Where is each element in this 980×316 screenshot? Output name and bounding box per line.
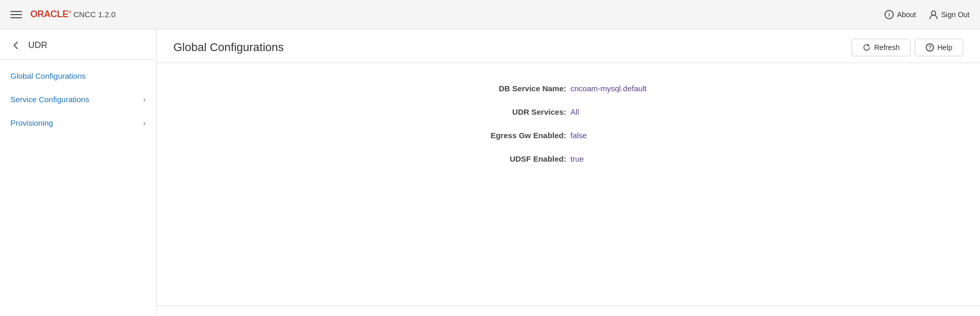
- signout-label: Sign Out: [941, 10, 970, 19]
- about-label: About: [897, 10, 916, 19]
- info-icon: i: [884, 10, 894, 19]
- content-footer: [157, 306, 980, 316]
- signout-link[interactable]: Sign Out: [929, 10, 970, 19]
- person-icon: [929, 10, 938, 19]
- refresh-icon: [863, 43, 871, 52]
- about-link[interactable]: i About: [884, 10, 916, 19]
- sidebar-header: UDR: [0, 29, 156, 60]
- sidebar-title: UDR: [28, 40, 48, 51]
- sidebar-item-provisioning[interactable]: Provisioning ›: [0, 111, 156, 135]
- field-db-service-name: DB Service Name: cncoam-mysql.default: [386, 84, 751, 93]
- header-left: ORACLE® CNCC 1.2.0: [10, 9, 115, 20]
- field-egress-gw-enabled: Egress Gw Enabled: false: [386, 131, 751, 140]
- field-label-egress-gw-enabled: Egress Gw Enabled:: [462, 131, 566, 140]
- header-right: i About Sign Out: [884, 10, 970, 19]
- field-value-db-service-name: cncoam-mysql.default: [571, 84, 675, 93]
- main-layout: UDR Global Configurations Service Config…: [0, 29, 980, 316]
- chevron-right-icon: ›: [143, 119, 146, 127]
- header-actions: Refresh ? Help: [852, 39, 963, 56]
- field-label-db-service-name: DB Service Name:: [462, 84, 566, 93]
- field-value-udr-services: All: [571, 107, 675, 116]
- page-title: Global Configurations: [173, 41, 284, 54]
- app-title: CNCC 1.2.0: [73, 10, 115, 19]
- sidebar-item-global-configurations[interactable]: Global Configurations: [0, 64, 156, 88]
- config-fields: DB Service Name: cncoam-mysql.default UD…: [386, 84, 751, 163]
- top-header: ORACLE® CNCC 1.2.0 i About Sign Out: [0, 0, 980, 29]
- field-label-udr-services: UDR Services:: [462, 107, 566, 116]
- field-label-udsf-enabled: UDSF Enabled:: [462, 154, 566, 163]
- sidebar-item-label: Service Configurations: [10, 95, 89, 104]
- help-button[interactable]: ? Help: [915, 39, 963, 56]
- logo-area: ORACLE® CNCC 1.2.0: [30, 9, 115, 20]
- sidebar-item-label: Global Configurations: [10, 71, 86, 80]
- refresh-button[interactable]: Refresh: [852, 39, 911, 56]
- hamburger-menu-button[interactable]: [10, 11, 22, 18]
- help-icon: ?: [926, 43, 934, 52]
- oracle-logo: ORACLE®: [30, 9, 71, 20]
- content-area: Global Configurations Refresh ? Help: [157, 29, 980, 316]
- sidebar: UDR Global Configurations Service Config…: [0, 29, 157, 316]
- back-button[interactable]: [10, 40, 22, 51]
- field-udr-services: UDR Services: All: [386, 107, 751, 116]
- field-value-udsf-enabled: true: [571, 154, 675, 163]
- content-header: Global Configurations Refresh ? Help: [157, 29, 980, 63]
- sidebar-item-label: Provisioning: [10, 118, 53, 127]
- chevron-right-icon: ›: [143, 95, 146, 104]
- field-value-egress-gw-enabled: false: [571, 131, 675, 140]
- refresh-label: Refresh: [874, 43, 900, 52]
- config-content: DB Service Name: cncoam-mysql.default UD…: [157, 63, 980, 306]
- sidebar-nav: Global Configurations Service Configurat…: [0, 60, 156, 316]
- field-udsf-enabled: UDSF Enabled: true: [386, 154, 751, 163]
- sidebar-item-service-configurations[interactable]: Service Configurations ›: [0, 88, 156, 111]
- help-label: Help: [937, 43, 952, 52]
- svg-point-0: [931, 11, 936, 15]
